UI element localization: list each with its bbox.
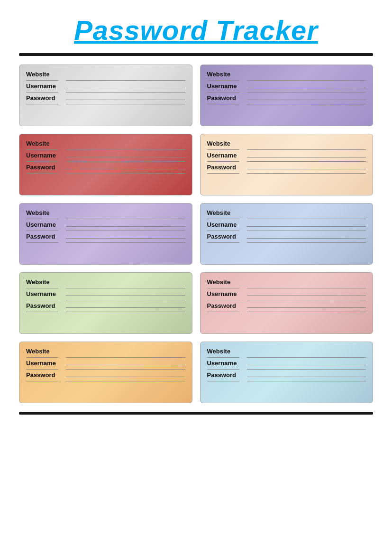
card-0-1: WebsiteUsernamePassword [200,65,374,126]
field-row-password: Password [207,371,366,381]
label-username: Username [207,290,245,298]
card-1-1: WebsiteUsernamePassword [200,134,374,195]
label-underline-website [207,149,239,150]
label-underline-username [26,231,58,231]
value-line-username-1 [66,231,185,231]
value-line-password-1 [66,242,185,243]
field-row-username: Username [26,221,185,231]
label-password: Password [26,94,64,102]
value-line-username-0 [247,226,366,227]
label-underline-password [26,173,58,174]
label-underline-password [207,173,239,174]
label-password: Password [207,302,245,310]
label-underline-username [207,161,239,162]
field-row-website: Website [26,278,185,288]
label-underline-username [26,300,58,300]
value-line-password-0 [66,100,185,100]
value-line-password-0 [247,169,366,169]
label-underline-password [26,242,58,243]
value-line-username-0 [247,157,366,157]
value-line-username-0 [66,296,185,296]
value-line-website-0 [66,357,185,358]
label-underline-username [207,92,239,92]
value-line-website-0 [66,219,185,219]
label-username: Username [26,360,64,368]
value-line-username-0 [66,157,185,157]
label-username: Username [207,221,245,229]
field-row-website: Website [26,71,185,81]
value-line-password-0 [66,169,185,169]
field-row-password: Password [207,94,366,104]
cards-row-4: WebsiteUsernamePasswordWebsiteUsernamePa… [19,342,373,403]
value-line-password-1 [66,104,185,104]
field-row-username: Username [26,290,185,300]
field-row-username: Username [26,360,185,370]
value-line-password-0 [66,307,185,308]
field-row-password: Password [207,164,366,174]
value-line-website-0 [247,288,366,288]
card-3-0: WebsiteUsernamePassword [19,272,192,334]
field-row-username: Username [26,83,185,92]
label-password: Password [26,164,64,172]
label-underline-website [207,357,239,358]
label-password: Password [26,302,64,310]
field-row-password: Password [26,233,185,243]
field-row-password: Password [207,233,366,243]
cards-row-2: WebsiteUsernamePasswordWebsiteUsernamePa… [19,203,373,265]
value-line-password-1 [66,173,185,174]
label-username: Username [207,83,245,91]
field-row-website: Website [26,209,185,219]
label-website: Website [26,278,64,287]
field-row-password: Password [26,371,185,381]
value-line-password-0 [247,238,366,239]
field-row-password: Password [26,302,185,312]
label-website: Website [207,278,245,287]
field-row-password: Password [207,302,366,312]
top-divider [19,53,373,56]
label-underline-password [26,104,58,104]
label-username: Username [207,360,245,368]
label-username: Username [26,83,64,91]
label-website: Website [207,140,245,148]
value-line-website-0 [66,80,185,81]
label-website: Website [26,209,64,217]
page-title: Password Tracker [19,14,373,46]
card-0-0: WebsiteUsernamePassword [19,65,192,126]
value-line-username-0 [66,226,185,227]
cards-row-3: WebsiteUsernamePasswordWebsiteUsernamePa… [19,272,373,334]
label-underline-website [207,80,239,81]
value-line-website-0 [247,219,366,219]
label-underline-password [26,381,58,381]
label-underline-website [26,357,58,358]
value-line-username-0 [247,296,366,296]
field-row-website: Website [207,278,366,288]
field-row-website: Website [26,348,185,358]
bottom-divider [19,412,373,415]
value-line-password-0 [66,377,185,377]
card-2-1: WebsiteUsernamePassword [200,203,374,265]
label-underline-username [207,231,239,231]
label-underline-username [26,369,58,370]
label-underline-username [26,161,58,162]
value-line-username-1 [66,92,185,92]
label-website: Website [26,140,64,148]
field-row-username: Username [207,83,366,92]
field-row-password: Password [26,164,185,174]
label-password: Password [207,233,245,241]
value-line-password-0 [247,307,366,308]
label-underline-password [207,381,239,381]
label-website: Website [26,348,64,356]
label-underline-password [26,312,58,312]
field-row-username: Username [26,152,185,162]
field-row-website: Website [207,209,366,219]
value-line-password-1 [247,381,366,381]
card-3-1: WebsiteUsernamePassword [200,272,374,334]
label-underline-website [26,288,58,288]
field-row-website: Website [207,71,366,81]
label-underline-password [207,104,239,104]
value-line-password-1 [247,104,366,104]
cards-row-0: WebsiteUsernamePasswordWebsiteUsernamePa… [19,65,373,126]
label-underline-username [26,92,58,92]
value-line-username-1 [247,369,366,370]
label-website: Website [207,348,245,356]
